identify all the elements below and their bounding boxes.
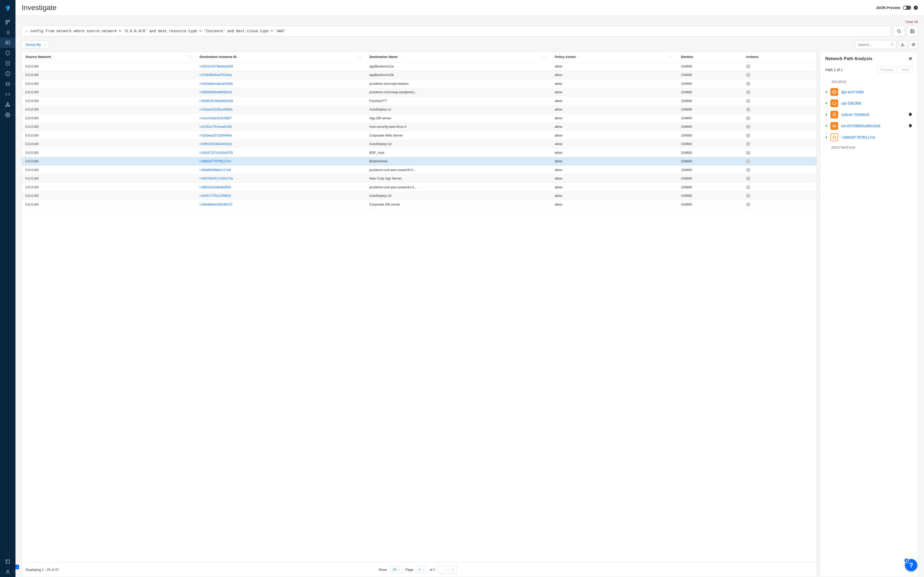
row-info-icon[interactable]: i xyxy=(746,99,750,103)
clear-all-link[interactable]: Clear All xyxy=(905,20,918,24)
instance-id-link[interactable]: i-0e948fe6e36336072 xyxy=(200,203,232,206)
instance-id-link[interactable]: i-02352c78cfcea0105 xyxy=(200,125,231,129)
nav-network[interactable]: › xyxy=(0,100,16,110)
path-link[interactable]: vpc-f2fe2f88 xyxy=(841,101,913,105)
panel-close-button[interactable]: ✕ xyxy=(908,56,913,61)
download-button[interactable] xyxy=(898,40,907,49)
cell-source-network: 0.0.0.0/0 xyxy=(22,71,196,79)
instance-id-link[interactable]: i-042d7237a2d3c9705 xyxy=(200,151,233,155)
nav-alerts[interactable]: › xyxy=(0,69,16,79)
nav-policies[interactable] xyxy=(0,48,16,58)
col-dest-name[interactable]: Destination Name↓↑⋮⋮ xyxy=(366,52,551,62)
nav-inventory[interactable]: › xyxy=(0,27,16,38)
table-row[interactable]: 0.0.0.0/0 i-0b3829c38da8d61b9 FountryVTT… xyxy=(22,97,816,105)
instance-id-link[interactable]: i-0b3829c38da8d61b9 xyxy=(200,99,233,103)
svg-point-28 xyxy=(897,30,900,32)
path-link[interactable]: subnet-75008629 xyxy=(841,113,905,117)
search-button[interactable] xyxy=(893,26,905,37)
row-info-icon[interactable]: i xyxy=(746,107,750,111)
table-row[interactable]: 0.0.0.0/0 i-01e2c9ad1fc5c9967 App DB ser… xyxy=(22,114,816,122)
cell-dest-name: Corporate DB server xyxy=(366,200,551,209)
app-logo[interactable] xyxy=(3,2,13,15)
nav-code[interactable]: › xyxy=(0,89,16,100)
table-row[interactable]: 0.0.0.0/0 i-0937804317c03173a New Corp A… xyxy=(22,174,816,183)
columns-button[interactable] xyxy=(909,40,918,49)
nav-investigate[interactable] xyxy=(0,38,16,48)
query-input[interactable]: ✓ config from network where source.netwo… xyxy=(22,26,891,37)
nav-settings[interactable]: › xyxy=(0,110,16,120)
table-row[interactable]: 0.0.0.0/0 i-02cbea3372d594fbe Corporate … xyxy=(22,131,816,140)
table-row[interactable]: 0.0.0.0/0 i-053313373b84e0d36 appBastion… xyxy=(22,62,816,71)
instance-icon xyxy=(830,134,838,141)
instance-id-link[interactable]: i-0420a6cedacab38d8 xyxy=(200,82,233,85)
row-info-icon[interactable]: i xyxy=(746,203,750,206)
row-info-icon[interactable]: i xyxy=(746,125,750,129)
svg-rect-0 xyxy=(6,20,8,22)
svg-point-30 xyxy=(891,43,893,45)
sidebar-expand-button[interactable]: › xyxy=(16,565,19,569)
instance-id-link[interactable]: i-0880af7787f8117ce xyxy=(200,159,231,163)
nav-compliance[interactable]: › xyxy=(0,58,16,69)
panel-next-button[interactable]: Next xyxy=(899,66,913,73)
group-by-button[interactable]: Group By ⌄ xyxy=(22,40,50,49)
row-info-icon[interactable]: i xyxy=(746,176,750,181)
table-row[interactable]: 0.0.0.0/0 i-0420a6cedacab38d8 pcsdemo-an… xyxy=(22,79,816,88)
row-info-icon[interactable]: i xyxy=(746,142,750,146)
row-info-icon[interactable]: i xyxy=(746,90,750,94)
pager-prev-button[interactable]: ‹ xyxy=(438,566,446,574)
instance-id-link[interactable]: i-08af85df8bdcc17a6 xyxy=(200,168,231,172)
table-row[interactable]: 0.0.0.0/0 i-0c0f17705c22f69c6 AutoDeploy… xyxy=(22,192,816,200)
save-button[interactable] xyxy=(907,26,918,37)
row-info-icon[interactable]: i xyxy=(746,64,750,69)
instance-id-link[interactable]: i-015ae43180ce496dc xyxy=(200,107,233,111)
table-row[interactable]: 0.0.0.0/0 i-08699658e9f69b3c5 pcsdemo-mi… xyxy=(22,88,816,97)
table-row[interactable]: 0.0.0.0/0 i-03fb15016443e82d1 AutoDeploy… xyxy=(22,140,816,148)
table-row[interactable]: 0.0.0.0/0 i-09810c5186a6dff35 pcsdemo-us… xyxy=(22,183,816,192)
instance-id-link[interactable]: i-03fb15016443e82d1 xyxy=(200,142,232,146)
table-row[interactable]: 0.0.0.0/0 i-02352c78cfcea0105 host-secur… xyxy=(22,122,816,131)
table-row[interactable]: 0.0.0.0/0 i-070b06b54cf7024ee appBastion… xyxy=(22,71,816,79)
row-info-icon[interactable]: i xyxy=(746,159,750,163)
instance-id-link[interactable]: i-09810c5186a6dff35 xyxy=(200,185,231,189)
nav-dashboard[interactable]: › xyxy=(0,17,16,27)
instance-id-link[interactable]: i-08699658e9f69b3c5 xyxy=(200,90,232,94)
row-info-icon[interactable]: i xyxy=(746,185,750,189)
row-info-icon[interactable]: i xyxy=(746,194,750,198)
info-icon[interactable]: i xyxy=(914,6,918,10)
row-info-icon[interactable]: i xyxy=(746,134,750,137)
pager-next-button[interactable]: › xyxy=(449,566,457,574)
col-dest-trunc[interactable]: Destina xyxy=(677,52,743,62)
path-link[interactable]: eni-057096b5cef601b43 xyxy=(841,124,905,128)
nav-compute[interactable]: › xyxy=(0,79,16,89)
table-row[interactable]: 0.0.0.0/0 i-0880af7787f8117ce BastionHos… xyxy=(22,157,816,166)
row-info-icon[interactable]: i xyxy=(746,82,750,86)
panel-prev-button[interactable]: Previous xyxy=(877,66,897,73)
instance-id-link[interactable]: i-053313373b84e0d36 xyxy=(200,64,233,68)
table-row[interactable]: 0.0.0.0/0 i-08af85df8bdcc17a6 pcsdemo-us… xyxy=(22,166,816,174)
row-info-icon[interactable]: i xyxy=(746,168,750,172)
help-fab[interactable]: ? 8 xyxy=(905,559,917,571)
row-info-icon[interactable]: i xyxy=(746,73,750,77)
instance-id-link[interactable]: i-01e2c9ad1fc5c9967 xyxy=(200,116,231,120)
instance-id-link[interactable]: i-0c0f17705c22f69c6 xyxy=(200,194,231,198)
table-row[interactable]: 0.0.0.0/0 i-042d7237a2d3c9705 BDF_host a… xyxy=(22,148,816,157)
path-link[interactable]: i-0880af7787f8117ce xyxy=(841,135,913,139)
col-dest-instance-id[interactable]: Destination Instance ID↓↑⋮⋮ xyxy=(196,52,365,62)
instance-id-link[interactable]: i-070b06b54cf7024ee xyxy=(200,73,232,77)
cell-dest-trunc: 154600 xyxy=(677,122,743,131)
nav-profile[interactable]: › xyxy=(0,567,16,577)
pager-rows-select[interactable]: 25 ⌄ xyxy=(390,566,403,573)
path-link[interactable]: igw-ac4743d4 xyxy=(841,90,913,94)
col-source-network[interactable]: Source Network↓↑⋮⋮ xyxy=(22,52,196,62)
nav-bookmarks[interactable] xyxy=(0,556,16,567)
pager-page-select[interactable]: 1 ⌄ xyxy=(416,566,427,573)
json-preview-toggle[interactable]: − xyxy=(903,6,911,10)
vpc-icon xyxy=(830,100,838,107)
instance-id-link[interactable]: i-02cbea3372d594fbe xyxy=(200,134,232,137)
table-row[interactable]: 0.0.0.0/0 i-015ae43180ce496dc AutoDeploy… xyxy=(22,105,816,114)
instance-id-link[interactable]: i-0937804317c03173a xyxy=(200,176,233,181)
row-info-icon[interactable]: i xyxy=(746,116,750,120)
table-row[interactable]: 0.0.0.0/0 i-0e948fe6e36336072 Corporate … xyxy=(22,200,816,209)
row-info-icon[interactable]: i xyxy=(746,151,750,155)
col-policy-action[interactable]: Policy Action↓↑⋮⋮ xyxy=(551,52,677,62)
